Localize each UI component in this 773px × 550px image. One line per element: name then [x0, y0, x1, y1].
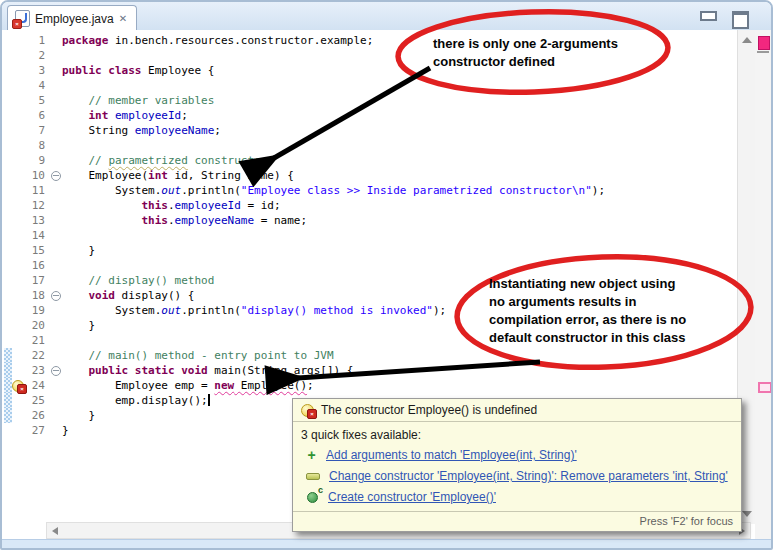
quickfix-link[interactable]: Create constructor 'Employee()' [328, 490, 496, 504]
code-token: Employee { [141, 64, 214, 77]
quickdiff-marker [4, 318, 12, 333]
quickfix-item: +Add arguments to match 'Employee(int, S… [305, 448, 741, 462]
line-number: 18 [23, 288, 49, 303]
code-line-text: public class Employee { [62, 63, 214, 78]
line-number: 20 [23, 318, 49, 333]
code-line[interactable]: 3public class Employee { [4, 63, 738, 78]
code-line[interactable]: 10 Employee(int id, String name) { [4, 168, 738, 183]
quickdiff-marker [4, 288, 12, 303]
code-token: int [89, 109, 109, 122]
fold-column [49, 393, 62, 408]
code-token: "Employee class >> Inside parametrized c… [241, 184, 592, 197]
fold-column [49, 378, 62, 393]
code-line-text: Employee(int id, String name) { [62, 168, 294, 183]
code-line[interactable]: 21 [4, 333, 738, 348]
fold-column [49, 138, 62, 153]
code-line[interactable]: 4 [4, 78, 738, 93]
code-token: public static void [89, 364, 208, 377]
code-token: int [148, 169, 168, 182]
code-line[interactable]: 1package in.bench.resources.constructor.… [4, 33, 738, 48]
quickdiff-marker [4, 93, 12, 108]
code-line[interactable]: 14 [4, 228, 738, 243]
annotation-column [12, 318, 23, 333]
quickdiff-marker [4, 303, 12, 318]
code-line-text: // main() method - entry point to JVM [62, 348, 334, 363]
fold-column [49, 408, 62, 423]
tooltip-footer: Press 'F2' for focus [293, 511, 741, 531]
code-line[interactable]: 17 // display() method [4, 273, 738, 288]
annotation-column [12, 273, 23, 288]
quickdiff-marker [4, 213, 12, 228]
code-token: public class [62, 64, 141, 77]
code-line[interactable]: 20 } [4, 318, 738, 333]
code-line[interactable]: 6 int employeeId; [4, 108, 738, 123]
quickfix-link[interactable]: Change constructor 'Employee(int, String… [329, 469, 728, 483]
scroll-left-icon[interactable] [52, 527, 58, 535]
code-line[interactable]: 16 [4, 258, 738, 273]
code-line-text: Employee emp = new Employee(); [62, 378, 314, 393]
line-number: 5 [23, 93, 49, 108]
overview-error-marker-top[interactable] [758, 36, 770, 50]
line-number: 4 [23, 78, 49, 93]
tab-employee-java[interactable]: × Employee.java ✕ [7, 5, 137, 31]
annotation-column [12, 33, 23, 48]
code-line[interactable]: 9 // parametrized constructor [4, 153, 738, 168]
code-token: constructor [188, 154, 267, 167]
fold-column [49, 288, 62, 303]
code-line-text: this.employeeId = id; [62, 198, 281, 213]
code-token: // main() method - entry point to JVM [89, 349, 334, 362]
error-overlay-icon: × [12, 19, 22, 29]
code-token: String [62, 124, 135, 137]
code-token: employeeId [115, 109, 181, 122]
fold-column [49, 198, 62, 213]
code-line[interactable]: 13 this.employeeName = name; [4, 213, 738, 228]
error-lightbulb-icon[interactable]: × [12, 380, 24, 392]
quickdiff-marker [4, 378, 12, 393]
annotation-column [12, 168, 23, 183]
fold-column [49, 273, 62, 288]
create-c-glyph: c [318, 486, 323, 495]
fold-column [49, 213, 62, 228]
scroll-up-icon[interactable] [742, 37, 752, 43]
quickdiff-marker [4, 423, 12, 438]
line-number: 16 [23, 258, 49, 273]
code-line[interactable]: 18 void display() { [4, 288, 738, 303]
annotation-column [12, 228, 23, 243]
code-line[interactable]: 7 String employeeName; [4, 123, 738, 138]
code-token: .println( [181, 304, 241, 317]
minimize-icon[interactable] [700, 11, 717, 21]
quickdiff-marker [4, 78, 12, 93]
code-line[interactable]: 5 // member variables [4, 93, 738, 108]
code-line[interactable]: 15 } [4, 243, 738, 258]
line-number: 9 [23, 153, 49, 168]
code-line-text: // member variables [62, 93, 214, 108]
maximize-icon[interactable] [732, 11, 749, 29]
fold-collapse-icon[interactable] [51, 291, 61, 301]
code-token: = name; [254, 214, 307, 227]
quickdiff-marker [4, 348, 12, 363]
fold-collapse-icon[interactable] [51, 171, 61, 181]
annotation-column [12, 78, 23, 93]
code-line[interactable]: 19 System.out.println("display() method … [4, 303, 738, 318]
code-line[interactable]: 22 // main() method - entry point to JVM [4, 348, 738, 363]
code-token: ); [433, 304, 446, 317]
quickfix-list: +Add arguments to match 'Employee(int, S… [293, 448, 741, 504]
fold-collapse-icon[interactable] [51, 366, 61, 376]
fold-column [49, 228, 62, 243]
code-line[interactable]: ×24 Employee emp = new Employee(); [4, 378, 738, 393]
code-line[interactable]: 12 this.employeeId = id; [4, 198, 738, 213]
code-line[interactable]: 23 public static void main(String args[]… [4, 363, 738, 378]
code-line[interactable]: 8 [4, 138, 738, 153]
quickfix-link[interactable]: Add arguments to match 'Employee(int, St… [326, 448, 577, 462]
scroll-down-icon[interactable] [742, 511, 752, 517]
overview-error-marker-line24[interactable] [758, 382, 772, 393]
quickfix-item: cCreate constructor 'Employee()' [305, 490, 741, 504]
annotation-column [12, 48, 23, 63]
code-line[interactable]: 11 System.out.println("Employee class >>… [4, 183, 738, 198]
annotation-column: × [12, 378, 23, 393]
tab-close-icon[interactable]: ✕ [119, 14, 127, 24]
code-token: this [141, 199, 168, 212]
code-line[interactable]: 2 [4, 48, 738, 63]
code-token: package [62, 34, 108, 47]
annotation-column [12, 393, 23, 408]
